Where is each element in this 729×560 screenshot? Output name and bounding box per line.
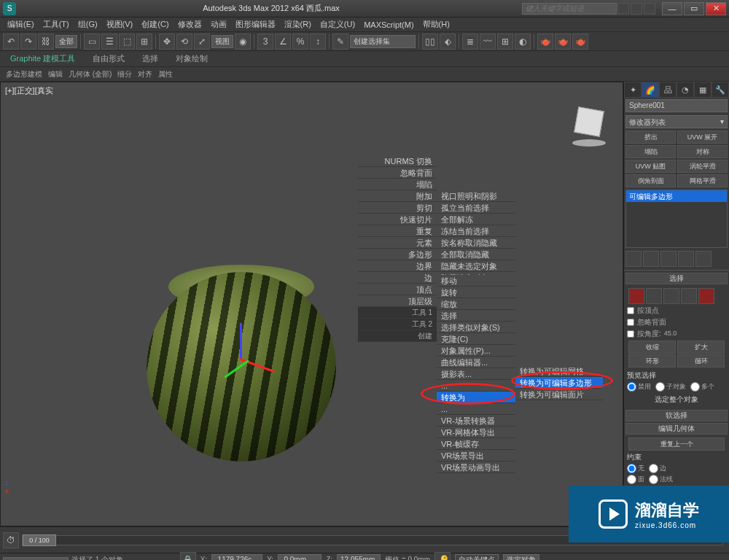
qm-select-similar[interactable]: 选择类似对象(S)	[437, 322, 515, 333]
btn-bevel-profile[interactable]: 倒角剖面	[625, 174, 676, 187]
qm-hide-unsel[interactable]: 隐藏未选定对象	[437, 260, 515, 272]
menu-customize[interactable]: 自定义(U)	[316, 18, 359, 31]
time-slider-thumb[interactable]: 0 / 100	[23, 534, 56, 546]
ribbon-tab-freeform[interactable]: 自由形式	[88, 52, 129, 66]
rb-edit[interactable]: 编辑	[48, 69, 63, 79]
pivot-icon[interactable]: ◉	[235, 34, 251, 50]
chk-by-angle[interactable]	[627, 330, 634, 338]
undo-icon[interactable]: ↶	[3, 34, 19, 50]
selection-filter[interactable]: 全部	[55, 35, 77, 48]
btn-grow[interactable]: 扩大	[677, 341, 725, 354]
mirror-icon[interactable]: ▯▯	[422, 34, 438, 50]
make-unique-icon[interactable]	[660, 251, 677, 267]
create-tab-icon[interactable]: ✦	[624, 82, 642, 98]
help-icon[interactable]	[617, 3, 629, 15]
rollout-selection[interactable]: 选择	[625, 273, 728, 284]
minimize-button[interactable]: —	[662, 2, 682, 15]
modifier-list-dropdown[interactable]: 修改器列表▾	[625, 115, 728, 128]
stack-item-editable-poly[interactable]: 可编辑多边形	[626, 190, 727, 202]
qm-dopesheet[interactable]: 摄影表...	[437, 368, 515, 380]
btn-collapse[interactable]: 塌陷	[625, 145, 676, 158]
qm-repeat[interactable]: 重复	[358, 225, 437, 237]
qm-border[interactable]: 边界	[358, 260, 437, 272]
modifier-stack[interactable]: 可编辑多边形	[625, 190, 728, 248]
named-selset-dropdown[interactable]: 创建选择集	[350, 35, 416, 48]
rollout-editgeo[interactable]: 编辑几何体	[625, 423, 728, 435]
subobj-vertex-icon[interactable]	[628, 288, 644, 304]
layers-icon[interactable]: ≣	[462, 34, 478, 50]
percent-snap-icon[interactable]: %	[292, 34, 308, 50]
qm-cut[interactable]: 剪切	[358, 202, 437, 214]
radio-c-none[interactable]	[627, 464, 636, 473]
subobj-poly-icon[interactable]	[681, 288, 697, 304]
qm-dots1[interactable]: ...	[437, 380, 515, 392]
ribbon-tab-modeling[interactable]: Graphite 建模工具	[6, 52, 79, 66]
rb-align[interactable]: 对齐	[138, 69, 152, 79]
lock-selection-icon[interactable]: 🔒	[180, 552, 196, 561]
rb-props[interactable]: 属性	[158, 69, 173, 79]
qm-toplevel[interactable]: 顶层级	[358, 295, 437, 307]
configure-sets-icon[interactable]	[695, 251, 712, 267]
align-icon[interactable]: ⬖	[440, 34, 456, 50]
ref-coord-dropdown[interactable]: 视图	[211, 35, 233, 48]
select-name-icon[interactable]: ☰	[101, 34, 117, 50]
move-icon[interactable]: ✥	[159, 34, 175, 50]
subobj-element-icon[interactable]	[698, 288, 714, 304]
rb-geom[interactable]: 几何体 (全部)	[69, 69, 112, 79]
chk-by-vertex[interactable]	[627, 307, 634, 314]
ribbon-tab-paint[interactable]: 对象绘制	[171, 52, 212, 66]
viewport-label[interactable]: [+][正交][真实	[5, 85, 53, 96]
menu-group[interactable]: 组(G)	[74, 18, 102, 31]
render-frame-icon[interactable]: 🫖	[555, 34, 571, 50]
link-icon[interactable]: ⛓	[38, 34, 54, 50]
btn-symmetry[interactable]: 对称	[677, 145, 728, 158]
qm-rotate[interactable]: 旋转	[437, 287, 515, 298]
radio-preview-subobj[interactable]	[655, 382, 665, 392]
menu-create[interactable]: 创建(C)	[137, 18, 173, 31]
viewcube[interactable]	[567, 100, 611, 144]
qm-nurms[interactable]: NURMS 切换	[358, 155, 437, 167]
show-result-icon[interactable]	[643, 251, 659, 267]
utilities-tab-icon[interactable]: 🔧	[712, 82, 729, 98]
rotate-icon[interactable]: ⟲	[176, 34, 192, 50]
qm-select[interactable]: 选择	[437, 310, 515, 322]
btn-extrude[interactable]: 挤出	[625, 131, 676, 144]
menu-tools[interactable]: 工具(T)	[39, 18, 74, 31]
qm-collapse[interactable]: 塌陷	[358, 179, 437, 190]
btn-repeat-last[interactable]: 重复上一个	[628, 438, 725, 451]
material-editor-icon[interactable]: ◐	[515, 34, 531, 50]
btn-ring[interactable]: 环形	[628, 354, 676, 368]
qm-ignore-bf[interactable]: 忽略背面	[358, 167, 437, 179]
qm-vertex[interactable]: 顶点	[358, 284, 437, 295]
menu-render[interactable]: 渲染(R)	[280, 18, 316, 31]
radio-preview-multi[interactable]	[690, 382, 700, 392]
script-listener[interactable]: Edge Height 0.(	[3, 557, 69, 561]
object-name-field[interactable]: Sphere001	[625, 99, 728, 112]
modify-tab-icon[interactable]: 🌈	[642, 82, 659, 98]
radio-c-face[interactable]	[627, 475, 636, 484]
remove-mod-icon[interactable]	[678, 251, 694, 267]
favorite-icon[interactable]	[631, 3, 642, 15]
menu-modifiers[interactable]: 修改器	[174, 18, 206, 31]
sm-editable-patch[interactable]: 转换为可编辑面片	[515, 389, 603, 400]
qm-curveedit[interactable]: 曲线编辑器...	[437, 357, 515, 368]
qm-isolate[interactable]: 孤立当前选择	[437, 202, 515, 214]
qm-quickslice[interactable]: 快速切片	[358, 214, 437, 225]
btn-loop[interactable]: 循环	[677, 354, 725, 368]
qm-unhide-name[interactable]: 按名称取消隐藏	[437, 237, 515, 249]
render-setup-icon[interactable]: 🫖	[537, 34, 553, 50]
scale-icon[interactable]: ⤢	[194, 34, 210, 50]
subobj-border-icon[interactable]	[663, 288, 679, 304]
qm-vr-anim-exp[interactable]: VR场景动画导出	[437, 462, 515, 473]
help-search-input[interactable]	[522, 3, 617, 15]
btn-uvw-map[interactable]: UVW 贴图	[625, 160, 676, 173]
motion-tab-icon[interactable]: ◔	[677, 82, 694, 98]
select-icon[interactable]: ▭	[84, 34, 100, 50]
qm-element[interactable]: 元素	[358, 237, 437, 249]
qm-objprops[interactable]: 对象属性(P)...	[437, 345, 515, 357]
qm-attach[interactable]: 附加	[358, 190, 437, 202]
qm-unhide-all[interactable]: 全部取消隐藏	[437, 249, 515, 260]
qm-dots2[interactable]: ...	[437, 403, 515, 415]
qm-polygon[interactable]: 多边形	[358, 249, 437, 260]
user-icon[interactable]	[644, 3, 655, 15]
